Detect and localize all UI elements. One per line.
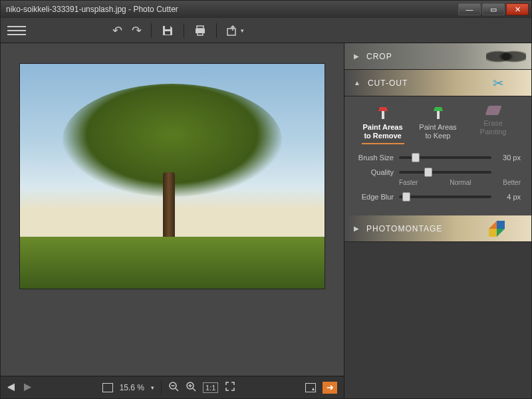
- zoom-out-icon[interactable]: [168, 381, 179, 394]
- tool-label-line1: Erase: [483, 119, 503, 128]
- svg-rect-14: [437, 111, 440, 119]
- panel-header-photomontage[interactable]: ▶ PHOTOMONTAGE: [344, 215, 531, 242]
- svg-rect-1: [165, 31, 170, 35]
- status-bar: ⯇ ⯈ 15.6 % ▾ 1:1 ▴ ➜: [1, 376, 344, 398]
- tool-erase-painting[interactable]: Erase Painting: [467, 106, 519, 144]
- svg-rect-3: [196, 29, 205, 33]
- panel-header-cutout[interactable]: ▲ CUT-OUT ✂: [344, 70, 531, 96]
- zoom-dropdown-icon[interactable]: ▾: [151, 384, 154, 391]
- slider-label: Edge Blur: [355, 193, 394, 201]
- svg-rect-4: [198, 32, 203, 35]
- chevron-down-icon: ▲: [354, 79, 361, 86]
- tool-label-line2: to Remove: [364, 132, 401, 140]
- brush-size-row: Brush Size 30 px: [355, 154, 521, 162]
- tool-paint-keep[interactable]: Paint Areas to Keep: [412, 106, 464, 144]
- brush-size-value: 30 px: [497, 154, 521, 162]
- window-maximize-button[interactable]: ▭: [482, 3, 505, 15]
- print-icon[interactable]: [194, 24, 207, 37]
- actual-size-icon[interactable]: 1:1: [203, 382, 218, 393]
- title-bar: niko-soikkeli-333391-unsplash.jpg - Phot…: [1, 1, 531, 18]
- svg-rect-0: [165, 26, 170, 29]
- chevron-right-icon: ▶: [354, 225, 360, 232]
- quality-tick-labels: Faster Normal Better: [399, 179, 521, 186]
- quality-tick-normal: Normal: [450, 179, 471, 186]
- canvas-viewport[interactable]: [1, 43, 344, 376]
- fit-window-icon[interactable]: [225, 381, 235, 394]
- right-sidebar: ▶ CROP ▲ CUT-OUT ✂ Paint Areas to Remove: [344, 43, 531, 398]
- slider-label: Brush Size: [355, 154, 394, 162]
- tool-label-line2: to Keep: [426, 132, 451, 140]
- zoom-level: 15.6 %: [120, 383, 144, 392]
- apply-icon[interactable]: ➜: [323, 382, 337, 394]
- toolbar-separator: [216, 23, 217, 38]
- next-arrow-icon[interactable]: ⯈: [23, 382, 33, 393]
- redo-icon[interactable]: ↷: [132, 23, 142, 38]
- window-title: niko-soikkeli-333391-unsplash.jpg - Phot…: [6, 5, 458, 14]
- compare-icon[interactable]: ▴: [305, 383, 316, 392]
- window-close-button[interactable]: ✕: [506, 3, 529, 15]
- panel-label: CROP: [366, 52, 392, 61]
- save-icon[interactable]: [161, 24, 174, 37]
- quality-tick-better: Better: [503, 179, 521, 186]
- cutout-panel-body: Paint Areas to Remove Paint Areas to Kee…: [344, 96, 531, 215]
- photo-image[interactable]: [19, 63, 325, 289]
- chevron-right-icon: ▶: [354, 53, 360, 60]
- active-underline: [362, 143, 404, 144]
- quality-tick-faster: Faster: [399, 179, 418, 186]
- quality-slider[interactable]: [399, 171, 491, 174]
- svg-line-10: [193, 388, 196, 391]
- tangram-icon: [489, 221, 511, 237]
- panel-label: PHOTOMONTAGE: [366, 224, 442, 233]
- zoom-in-icon[interactable]: [186, 381, 196, 394]
- top-toolbar: ↶ ↷ ▾: [1, 18, 531, 43]
- svg-rect-2: [197, 26, 203, 29]
- quality-row: Quality: [355, 168, 521, 176]
- edge-blur-value: 4 px: [497, 193, 521, 201]
- slider-label: Quality: [355, 168, 394, 176]
- window-minimize-button[interactable]: —: [458, 3, 481, 15]
- edge-blur-row: Edge Blur 4 px: [355, 193, 521, 201]
- panel-label: CUT-OUT: [368, 78, 408, 88]
- tool-paint-remove[interactable]: Paint Areas to Remove: [357, 106, 409, 144]
- toolbar-separator: [151, 23, 152, 38]
- prev-arrow-icon[interactable]: ⯇: [7, 382, 17, 393]
- undo-icon[interactable]: ↶: [112, 23, 122, 38]
- tool-label-line1: Paint Areas: [362, 123, 402, 132]
- status-separator: [161, 380, 162, 395]
- panel-header-crop[interactable]: ▶ CROP: [344, 43, 531, 70]
- svg-rect-13: [382, 111, 384, 119]
- svg-rect-5: [227, 29, 235, 35]
- export-icon[interactable]: ▾: [226, 25, 244, 37]
- eraser-icon: [485, 106, 501, 115]
- toolbar-separator: [184, 23, 184, 38]
- tool-label-line1: Paint Areas: [419, 123, 456, 132]
- edge-blur-slider[interactable]: [399, 196, 491, 198]
- brush-size-slider[interactable]: [399, 156, 491, 159]
- canvas-area: ⯇ ⯈ 15.6 % ▾ 1:1 ▴ ➜: [1, 43, 344, 398]
- tool-label-line2: Painting: [480, 128, 507, 136]
- svg-line-7: [176, 388, 178, 391]
- hamburger-menu-icon[interactable]: [7, 23, 26, 38]
- scissors-icon: ✂: [493, 75, 505, 91]
- fit-screen-icon[interactable]: [102, 383, 113, 392]
